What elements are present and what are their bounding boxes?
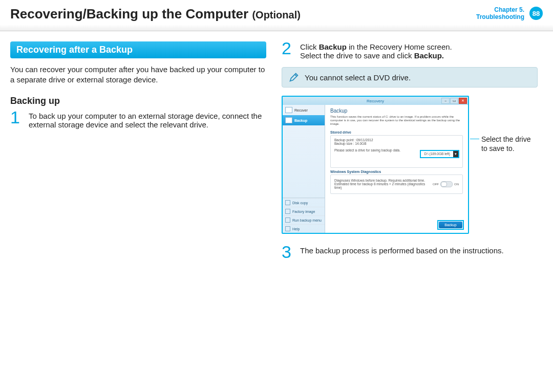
- step-2-text: Click Backup in the Recovery Home screen…: [300, 41, 452, 60]
- backup-icon: [285, 117, 292, 123]
- close-button[interactable]: ✕: [459, 98, 467, 104]
- sidebar-run-backup[interactable]: Run backup menu: [283, 215, 325, 224]
- factory-image-label: Factory image: [292, 210, 315, 213]
- step2-c: in the Recovery Home screen.: [347, 42, 452, 51]
- run-backup-icon: [285, 217, 290, 223]
- backup-size: Backup size : 14.0GB: [334, 142, 459, 145]
- disk-copy-icon: [285, 200, 290, 205]
- step-3-text: The backup process is performed based on…: [300, 245, 504, 259]
- backup-button-highlight: Backup: [437, 220, 464, 230]
- step-3: 3 The backup process is performed based …: [282, 245, 538, 259]
- drive-select-value: D:\ (189.0GB left): [421, 152, 453, 156]
- page-number-badge: 88: [529, 7, 543, 20]
- chapter-block: Chapter 5. Troubleshooting: [476, 6, 524, 21]
- step-1-text: To back up your computer to an external …: [29, 111, 266, 129]
- intro-text: You can recover your computer after you …: [10, 64, 266, 85]
- step-2: 2 Click Backup in the Recovery Home scre…: [282, 41, 538, 60]
- content-columns: Recovering after a Backup You can recove…: [0, 31, 553, 276]
- callout-text: Select the drive to save to.: [481, 135, 538, 153]
- page-number: 88: [533, 10, 540, 17]
- note-text: You cannot select a DVD drive.: [305, 73, 411, 82]
- left-column: Recovering after a Backup You can recove…: [10, 41, 266, 266]
- app-sidebar: Recover Backup Disk copy Factory image R…: [283, 105, 325, 233]
- chevron-down-icon: ▾: [453, 151, 458, 157]
- backup-point: Backup point : 09/11/2012: [334, 138, 459, 142]
- step-1: 1 To back up your computer to an externa…: [10, 111, 266, 129]
- sidebar-item-backup[interactable]: Backup: [283, 115, 325, 125]
- factory-image-icon: [285, 209, 290, 214]
- run-backup-label: Run backup menu: [292, 219, 322, 222]
- figure-wrap: Recovery − ▭ ✕ Recover: [282, 96, 538, 234]
- header-right: Chapter 5. Troubleshooting 88: [476, 6, 543, 21]
- step-1-number: 1: [10, 111, 25, 129]
- sidebar-item-recover[interactable]: Recover: [283, 105, 325, 115]
- toggle-on-label: ON: [454, 183, 459, 186]
- step-2-number: 2: [282, 41, 296, 60]
- main-title: Backup: [330, 108, 463, 114]
- right-column: 2 Click Backup in the Recovery Home scre…: [282, 41, 538, 266]
- sidebar-factory-image[interactable]: Factory image: [283, 207, 325, 215]
- diagnostics-panel: Diagnoses Windows before backup. Require…: [330, 175, 463, 194]
- sidebar-bottom: Disk copy Factory image Run backup menu …: [283, 198, 325, 233]
- drive-select-dropdown[interactable]: D:\ (189.0GB left) ▾: [420, 150, 459, 158]
- maximize-button[interactable]: ▭: [450, 98, 458, 104]
- toggle-track: [440, 181, 453, 187]
- title-main: Recovering/Backing up the Computer: [10, 6, 248, 21]
- minimize-button[interactable]: −: [441, 98, 450, 104]
- window-buttons: − ▭ ✕: [441, 98, 467, 104]
- note-box: You cannot select a DVD drive.: [282, 67, 538, 88]
- sidebar-disk-copy[interactable]: Disk copy: [283, 198, 325, 207]
- step2-a: Click: [300, 42, 319, 51]
- title-suffix: (Optional): [252, 9, 300, 20]
- app-main: Backup This function saves the current s…: [325, 105, 468, 233]
- main-desc: This function saves the current status o…: [330, 115, 463, 126]
- note-icon: [288, 72, 300, 83]
- chapter-line1: Chapter 5.: [476, 6, 524, 13]
- app-titlebar: Recovery − ▭ ✕: [283, 97, 468, 105]
- callout-line: [470, 139, 479, 139]
- stored-drive-label: Stored drive: [330, 130, 463, 134]
- step-3-number: 3: [282, 245, 296, 259]
- sidebar-backup-label: Backup: [294, 119, 307, 122]
- toggle-knob: [441, 182, 447, 187]
- diagnostics-toggle[interactable]: OFF ON: [433, 181, 459, 187]
- diagnostics-label: Windows System Diagnostics: [330, 170, 463, 173]
- callout-area: Select the drive to save to.: [472, 96, 538, 153]
- recover-icon: [285, 107, 292, 113]
- page-title: Recovering/Backing up the Computer (Opti…: [10, 6, 301, 22]
- backup-button[interactable]: Backup: [439, 222, 462, 228]
- sidebar-spacer: [283, 125, 325, 198]
- backup-button-label: Backup: [444, 223, 456, 227]
- disk-copy-label: Disk copy: [292, 201, 308, 205]
- step2-line2a: Select the drive to save and click: [300, 51, 414, 60]
- toggle-off-label: OFF: [433, 183, 439, 186]
- diagnostics-text: Diagnoses Windows before backup. Require…: [334, 179, 433, 189]
- section-title-bar: Recovering after a Backup: [10, 41, 266, 58]
- stored-drive-panel: Backup point : 09/11/2012 Backup size : …: [330, 135, 463, 168]
- sidebar-recover-label: Recover: [294, 108, 308, 112]
- app-title: Recovery: [283, 99, 468, 103]
- help-label: Help: [292, 227, 300, 231]
- sidebar-help[interactable]: Help: [283, 224, 325, 233]
- help-icon: [285, 226, 290, 231]
- chapter-line2: Troubleshooting: [476, 13, 524, 20]
- page-header: Recovering/Backing up the Computer (Opti…: [0, 0, 553, 31]
- recovery-app-window: Recovery − ▭ ✕ Recover: [282, 96, 469, 234]
- subhead-backing-up: Backing up: [10, 96, 266, 106]
- step2-line2b: Backup.: [414, 51, 444, 60]
- app-body: Recover Backup Disk copy Factory image R…: [283, 105, 468, 233]
- step2-b: Backup: [319, 42, 347, 51]
- section-title: Recovering after a Backup: [16, 45, 133, 55]
